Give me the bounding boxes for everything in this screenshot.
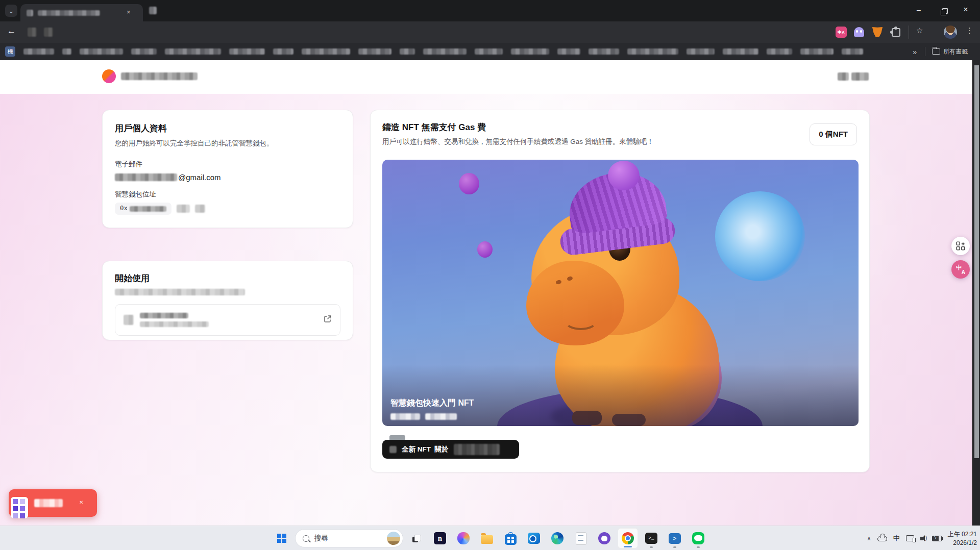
bookmark-item[interactable] <box>302 48 350 55</box>
translate-page-button[interactable]: 中 A <box>951 260 970 279</box>
profile-avatar[interactable] <box>944 26 957 39</box>
bookmark-item[interactable] <box>767 48 792 55</box>
grid-sparkle-icon <box>956 241 965 251</box>
ime-indicator[interactable]: 中 <box>893 534 900 543</box>
bookmark-item[interactable] <box>131 48 157 55</box>
nft-cta-button[interactable]: 全新 NFT 關於 <box>382 440 519 459</box>
page-scrollbar[interactable] <box>972 60 980 526</box>
browser-tab[interactable]: × <box>20 4 143 21</box>
bookmark-favicon[interactable]: 機 <box>5 46 15 57</box>
translate-icon: 中 A <box>956 265 965 274</box>
bookmark-item[interactable] <box>723 48 758 55</box>
taskbar-notion[interactable]: n <box>430 528 450 548</box>
nft-image: 智慧錢包快速入門 NFT <box>382 160 859 426</box>
wallet-address-chip[interactable]: 0x <box>115 203 172 215</box>
ime-extension-icon[interactable]: 中A <box>836 27 847 38</box>
github-icon <box>598 532 610 544</box>
bookmarks-overflow-button[interactable]: » <box>913 47 917 56</box>
email-user-redacted <box>115 173 177 181</box>
taskbar-edge[interactable] <box>547 528 568 548</box>
all-bookmarks-button[interactable]: 所有書籤 <box>932 47 968 56</box>
extensions-menu-button[interactable] <box>892 28 900 37</box>
forward-button-redacted[interactable] <box>28 28 37 37</box>
minimize-icon: – <box>909 2 929 17</box>
nft-card-title: 鑄造 NFT 無需支付 Gas 費 <box>382 121 654 133</box>
phantom-wallet-extension-icon[interactable] <box>854 27 864 37</box>
taskbar-outlook[interactable] <box>524 528 544 548</box>
onedrive-icon[interactable] <box>877 536 887 541</box>
bookmark-item[interactable] <box>165 48 221 55</box>
wallet-extra-redacted <box>177 205 190 213</box>
bookmark-item[interactable] <box>80 48 123 55</box>
line-app-icon <box>692 532 704 544</box>
getting-started-description-redacted <box>115 289 245 295</box>
close-icon: × <box>955 2 976 17</box>
battery-icon[interactable]: ϟ <box>932 536 942 541</box>
bookmark-item[interactable] <box>800 48 834 55</box>
bookmark-item[interactable] <box>627 48 678 55</box>
search-icon <box>303 535 309 542</box>
reload-button-redacted[interactable] <box>44 28 53 37</box>
wallet-prefix: 0x <box>120 205 128 212</box>
tab-search-button[interactable]: ⌄ <box>5 5 17 17</box>
screenshot-tool-button[interactable] <box>951 237 970 255</box>
metamask-extension-icon[interactable] <box>872 27 883 37</box>
site-logo[interactable] <box>102 69 198 83</box>
back-button[interactable]: ← <box>7 26 16 36</box>
window-minimize-button[interactable]: – <box>909 2 929 17</box>
bookmark-item[interactable] <box>229 48 265 55</box>
external-link-icon[interactable] <box>324 315 332 325</box>
getting-started-link-item[interactable] <box>115 304 340 336</box>
bookmark-item[interactable] <box>557 48 580 55</box>
search-highlight-image[interactable] <box>387 532 400 545</box>
network-device-icon[interactable] <box>906 535 914 541</box>
profile-card: 用戶個人資料 您的用戶始終可以完全掌控自己的非託管智慧錢包。 電子郵件 @gma… <box>102 110 353 228</box>
notepad-icon <box>576 532 586 545</box>
profile-card-title: 用戶個人資料 <box>115 122 340 134</box>
link-item-subtitle-redacted <box>140 321 209 327</box>
bookmark-item[interactable] <box>358 48 391 55</box>
taskbar-ms-store[interactable] <box>500 528 521 548</box>
scrollbar-thumb[interactable] <box>974 65 979 458</box>
taskbar-powershell[interactable]: > <box>665 528 685 548</box>
bookmark-collections-icon[interactable]: ☆ <box>916 26 923 35</box>
bookmark-item[interactable] <box>23 48 54 55</box>
speaker-icon[interactable] <box>920 537 923 540</box>
new-tab-button[interactable] <box>149 7 157 14</box>
window-close-button[interactable]: × <box>955 2 976 17</box>
bookmark-item[interactable] <box>273 48 293 55</box>
chrome-icon <box>622 532 634 544</box>
window-restore-button[interactable] <box>933 5 953 20</box>
ghost-icon <box>854 27 864 37</box>
capybara-muzzle <box>526 261 624 345</box>
cta-label-redacted <box>454 444 500 455</box>
taskbar-chrome-active[interactable] <box>618 528 638 548</box>
taskbar-terminal[interactable]: >_ <box>641 528 662 548</box>
email-value: @gmail.com <box>115 173 340 182</box>
bookmark-item[interactable] <box>423 48 467 55</box>
toast-close-icon[interactable]: ✕ <box>79 499 83 505</box>
tab-close-icon[interactable]: × <box>127 8 131 16</box>
bookmark-item[interactable] <box>511 48 549 55</box>
browser-menu-button[interactable]: ⋮ <box>966 26 973 35</box>
taskbar-notepad[interactable] <box>571 528 591 548</box>
bookmark-item[interactable] <box>400 48 415 55</box>
bookmark-item[interactable] <box>62 48 71 55</box>
tray-clock[interactable]: 上午 02:21 2026/1/2 <box>948 530 977 546</box>
nft-count-badge: 0 個NFT <box>810 123 857 145</box>
task-view-button[interactable] <box>406 528 427 548</box>
bookmark-item[interactable] <box>475 48 503 55</box>
link-item-icon-redacted <box>124 315 134 325</box>
start-button[interactable] <box>272 528 292 548</box>
taskbar-github[interactable] <box>594 528 615 548</box>
tab-title-redacted <box>38 10 100 16</box>
taskbar-line[interactable] <box>688 528 708 548</box>
header-action-button[interactable] <box>838 72 869 81</box>
taskbar-search-box[interactable]: 搜尋 <box>295 529 403 547</box>
taskbar-file-explorer[interactable] <box>477 528 497 548</box>
tray-chevron-icon[interactable]: ∧ <box>867 535 871 542</box>
bookmark-item[interactable] <box>687 48 715 55</box>
bookmark-item[interactable] <box>842 48 863 55</box>
taskbar-copilot[interactable] <box>453 528 474 548</box>
bookmark-item[interactable] <box>589 48 619 55</box>
